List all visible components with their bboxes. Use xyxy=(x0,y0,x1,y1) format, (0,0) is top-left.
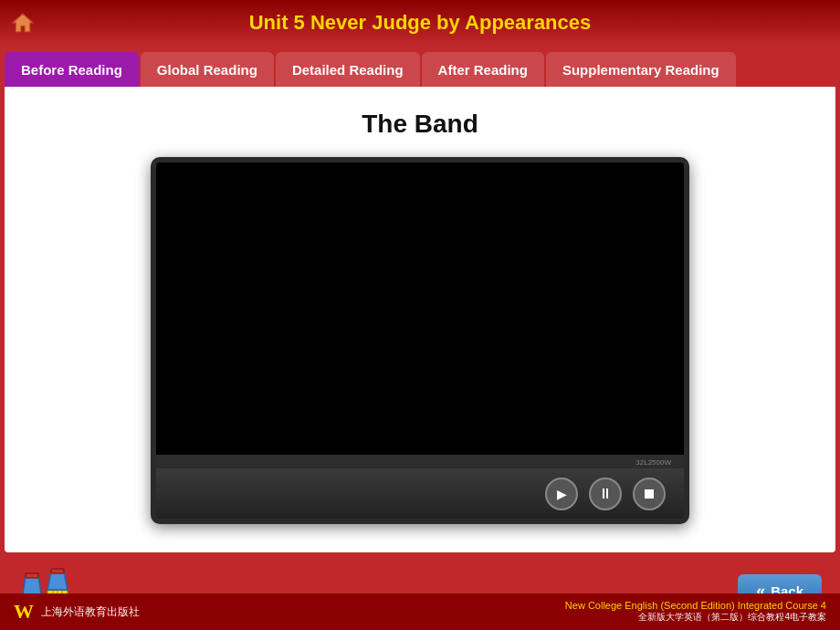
page-wrapper: Unit 5 Never Judge by Appearances Before… xyxy=(0,0,840,630)
footer-logo-w: W xyxy=(14,600,34,624)
svg-rect-3 xyxy=(26,573,38,578)
tab-bar: Before Reading Global Reading Detailed R… xyxy=(0,46,840,87)
pause-button[interactable]: ⏸ xyxy=(589,478,622,510)
stop-button[interactable]: ⏹ xyxy=(633,478,666,510)
content-title: The Band xyxy=(32,110,808,139)
tv-stand: 32L2500W xyxy=(156,455,684,468)
home-icon[interactable] xyxy=(9,9,37,37)
tab-global-reading[interactable]: Global Reading xyxy=(141,52,274,87)
tab-detailed-reading[interactable]: Detailed Reading xyxy=(276,52,420,87)
footer-line1: New College English (Second Edition) Int… xyxy=(565,600,826,611)
unit-title: Unit 5 Never Judge by Appearances xyxy=(37,11,803,35)
tab-after-reading[interactable]: After Reading xyxy=(422,52,544,87)
video-player: 32L2500W ▶ ⏸ ⏹ xyxy=(151,157,689,524)
tab-supplementary-reading[interactable]: Supplementary Reading xyxy=(546,52,736,87)
tab-before-reading[interactable]: Before Reading xyxy=(5,52,139,87)
svg-marker-8 xyxy=(47,572,68,590)
top-bar: Unit 5 Never Judge by Appearances xyxy=(0,0,840,46)
footer-logo-text: 上海外语教育出版社 xyxy=(41,604,140,620)
main-content-area: The Band 32L2500W ▶ ⏸ ⏹ xyxy=(5,87,835,552)
video-screen-inner xyxy=(172,177,667,440)
svg-marker-0 xyxy=(13,14,33,32)
tv-model: 32L2500W xyxy=(635,458,671,467)
play-button[interactable]: ▶ xyxy=(545,478,578,510)
svg-marker-2 xyxy=(23,576,41,594)
footer-right: New College English (Second Edition) Int… xyxy=(565,600,826,624)
controls-bar: ▶ ⏸ ⏹ xyxy=(156,468,684,519)
footer-logo: W 上海外语教育出版社 xyxy=(14,600,140,624)
svg-rect-9 xyxy=(51,569,64,573)
footer: W 上海外语教育出版社 New College English (Second … xyxy=(0,593,840,630)
footer-line2: 全新版大学英语（第二版）综合教程4电子教案 xyxy=(565,611,826,624)
video-screen xyxy=(156,163,684,455)
